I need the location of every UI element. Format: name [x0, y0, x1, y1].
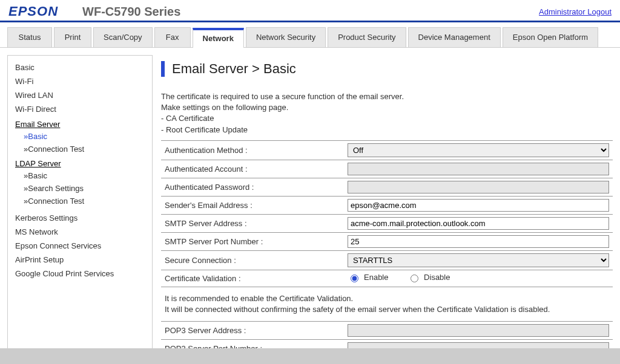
main-content: Email Server > Basic The certificate is … [161, 55, 613, 364]
sidebar-item-google-cloud-print[interactable]: Google Cloud Print Services [15, 267, 145, 281]
smtp-address-input[interactable] [348, 217, 609, 230]
sidebar-item-kerberos[interactable]: Kerberos Settings [15, 211, 145, 225]
sidebar-item-epson-connect[interactable]: Epson Connect Services [15, 239, 145, 253]
rec-line: It is recommended to enable the Certific… [165, 293, 609, 304]
auth-method-label: Authentication Method : [161, 140, 344, 160]
tab-device-management[interactable]: Device Management [408, 27, 501, 47]
sidebar-item-wifi-direct[interactable]: Wi-Fi Direct [15, 102, 145, 116]
auth-password-label: Authenticated Password : [161, 178, 344, 196]
sidebar-subitem-ldap-connection-test[interactable]: Connection Test [15, 195, 145, 207]
tab-network[interactable]: Network [193, 28, 244, 48]
sidebar-subitem-ldap-search[interactable]: Search Settings [15, 182, 145, 195]
pop3-address-label: POP3 Server Address : [161, 322, 344, 340]
tab-network-security[interactable]: Network Security [246, 27, 326, 47]
administrator-logout-link[interactable]: Administrator Logout [539, 7, 612, 16]
page-root: EPSON WF-C5790 Series Administrator Logo… [0, 0, 620, 364]
tab-status[interactable]: Status [7, 27, 52, 47]
note-line: The certificate is required to use a sec… [161, 91, 613, 102]
enable-text: Enable [364, 273, 388, 282]
model-name: WF-C5790 Series [82, 5, 539, 19]
note-line: Make settings on the following page. [161, 102, 613, 113]
settings-form: Authentication Method : Off Authenticate… [161, 140, 613, 358]
rec-line: It will be connected without confirming … [165, 304, 609, 315]
sidebar-heading-ldap-server[interactable]: LDAP Server [15, 155, 145, 169]
secure-connection-select[interactable]: STARTTLS [348, 253, 609, 267]
note-line: - Root Certificate Update [161, 125, 613, 135]
pop3-address-input [348, 324, 609, 337]
disable-text: Disable [424, 273, 450, 282]
sidebar-item-wifi[interactable]: Wi-Fi [15, 74, 145, 88]
auth-account-input [348, 163, 609, 175]
secure-connection-label: Secure Connection : [161, 250, 344, 270]
sender-email-label: Sender's Email Address : [161, 196, 344, 214]
smtp-port-input[interactable] [348, 235, 609, 248]
tab-scan-copy[interactable]: Scan/Copy [93, 27, 153, 47]
tab-epson-open-platform[interactable]: Epson Open Platform [503, 27, 598, 47]
sidebar-item-airprint[interactable]: AirPrint Setup [15, 253, 145, 267]
auth-account-label: Authenticated Account : [161, 160, 344, 178]
sidebar: Basic Wi-Fi Wired LAN Wi-Fi Direct Email… [7, 55, 153, 364]
tab-print[interactable]: Print [54, 27, 91, 47]
sender-email-input[interactable] [348, 199, 609, 212]
page-title: Email Server > Basic [161, 61, 613, 77]
certificate-note: The certificate is required to use a sec… [161, 91, 613, 135]
sidebar-subitem-email-connection-test[interactable]: Connection Test [15, 143, 145, 155]
smtp-address-label: SMTP Server Address : [161, 214, 344, 232]
sidebar-heading-email-server[interactable]: Email Server [15, 116, 145, 130]
sidebar-subitem-ldap-basic[interactable]: Basic [15, 169, 145, 182]
cert-validation-label: Certificate Validation : [161, 270, 344, 287]
sidebar-item-wired-lan[interactable]: Wired LAN [15, 88, 145, 102]
cert-validation-disable-label[interactable]: Disable [407, 273, 450, 282]
epson-logo: EPSON [8, 4, 58, 19]
sidebar-subitem-email-basic[interactable]: Basic [15, 130, 145, 143]
tab-fax[interactable]: Fax [154, 27, 191, 47]
auth-method-select[interactable]: Off [348, 143, 609, 157]
cert-validation-disable-radio[interactable] [411, 275, 418, 282]
sidebar-item-ms-network[interactable]: MS Network [15, 225, 145, 239]
sidebar-item-basic[interactable]: Basic [15, 60, 145, 74]
main-tabs: Status Print Scan/Copy Fax Network Netwo… [0, 22, 620, 48]
tab-product-security[interactable]: Product Security [328, 27, 406, 47]
smtp-port-label: SMTP Server Port Number : [161, 232, 344, 250]
recommendation-note: It is recommended to enable the Certific… [165, 290, 609, 319]
cert-validation-enable-label[interactable]: Enable [348, 273, 388, 282]
bottom-bar [0, 348, 620, 364]
auth-password-input [348, 181, 609, 193]
body-area: Basic Wi-Fi Wired LAN Wi-Fi Direct Email… [0, 48, 620, 364]
header: EPSON WF-C5790 Series Administrator Logo… [0, 0, 620, 22]
note-line: - CA Certificate [161, 113, 613, 124]
cert-validation-enable-radio[interactable] [351, 275, 358, 282]
